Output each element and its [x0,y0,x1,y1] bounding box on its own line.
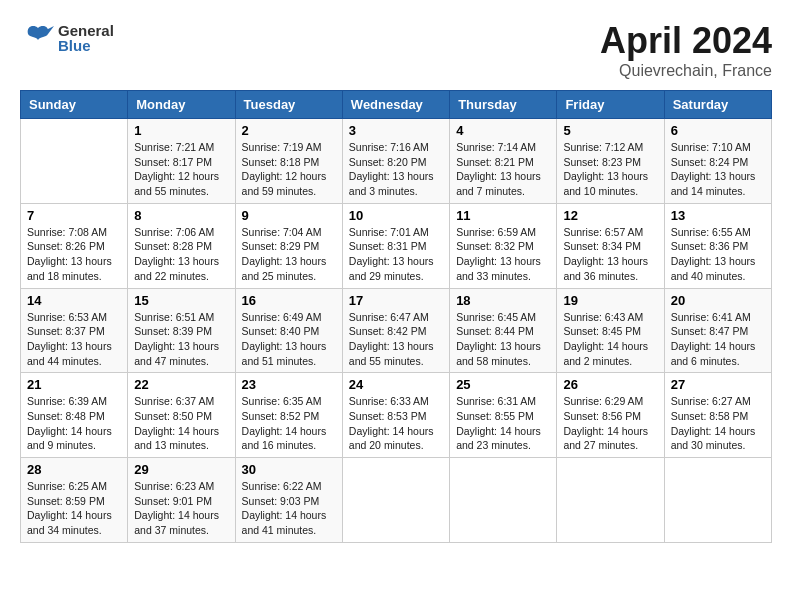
header-saturday: Saturday [664,91,771,119]
day-info: Sunrise: 7:19 AMSunset: 8:18 PMDaylight:… [242,140,336,199]
month-title: April 2024 [600,20,772,62]
day-info: Sunrise: 6:39 AMSunset: 8:48 PMDaylight:… [27,394,121,453]
day-info: Sunrise: 6:45 AMSunset: 8:44 PMDaylight:… [456,310,550,369]
day-info: Sunrise: 7:16 AMSunset: 8:20 PMDaylight:… [349,140,443,199]
day-info: Sunrise: 6:59 AMSunset: 8:32 PMDaylight:… [456,225,550,284]
day-number: 6 [671,123,765,138]
calendar-cell: 13Sunrise: 6:55 AMSunset: 8:36 PMDayligh… [664,203,771,288]
calendar-cell: 3Sunrise: 7:16 AMSunset: 8:20 PMDaylight… [342,119,449,204]
calendar-cell: 26Sunrise: 6:29 AMSunset: 8:56 PMDayligh… [557,373,664,458]
week-row-5: 28Sunrise: 6:25 AMSunset: 8:59 PMDayligh… [21,458,772,543]
calendar-cell [450,458,557,543]
week-row-1: 1Sunrise: 7:21 AMSunset: 8:17 PMDaylight… [21,119,772,204]
page-header: General Blue April 2024 Quievrechain, Fr… [20,20,772,80]
calendar-cell: 10Sunrise: 7:01 AMSunset: 8:31 PMDayligh… [342,203,449,288]
day-info: Sunrise: 6:41 AMSunset: 8:47 PMDaylight:… [671,310,765,369]
day-info: Sunrise: 6:37 AMSunset: 8:50 PMDaylight:… [134,394,228,453]
day-number: 11 [456,208,550,223]
day-info: Sunrise: 7:01 AMSunset: 8:31 PMDaylight:… [349,225,443,284]
header-monday: Monday [128,91,235,119]
calendar-cell: 5Sunrise: 7:12 AMSunset: 8:23 PMDaylight… [557,119,664,204]
header-thursday: Thursday [450,91,557,119]
calendar-table: SundayMondayTuesdayWednesdayThursdayFrid… [20,90,772,543]
day-number: 22 [134,377,228,392]
header-tuesday: Tuesday [235,91,342,119]
day-info: Sunrise: 6:49 AMSunset: 8:40 PMDaylight:… [242,310,336,369]
week-row-4: 21Sunrise: 6:39 AMSunset: 8:48 PMDayligh… [21,373,772,458]
calendar-header-row: SundayMondayTuesdayWednesdayThursdayFrid… [21,91,772,119]
calendar-cell: 18Sunrise: 6:45 AMSunset: 8:44 PMDayligh… [450,288,557,373]
calendar-cell: 25Sunrise: 6:31 AMSunset: 8:55 PMDayligh… [450,373,557,458]
day-info: Sunrise: 6:57 AMSunset: 8:34 PMDaylight:… [563,225,657,284]
day-info: Sunrise: 6:51 AMSunset: 8:39 PMDaylight:… [134,310,228,369]
calendar-cell: 16Sunrise: 6:49 AMSunset: 8:40 PMDayligh… [235,288,342,373]
day-info: Sunrise: 6:35 AMSunset: 8:52 PMDaylight:… [242,394,336,453]
calendar-cell: 21Sunrise: 6:39 AMSunset: 8:48 PMDayligh… [21,373,128,458]
day-number: 30 [242,462,336,477]
day-number: 18 [456,293,550,308]
day-number: 12 [563,208,657,223]
day-number: 29 [134,462,228,477]
calendar-cell: 15Sunrise: 6:51 AMSunset: 8:39 PMDayligh… [128,288,235,373]
day-number: 21 [27,377,121,392]
day-info: Sunrise: 6:33 AMSunset: 8:53 PMDaylight:… [349,394,443,453]
logo-blue: Blue [58,38,114,53]
calendar-cell: 17Sunrise: 6:47 AMSunset: 8:42 PMDayligh… [342,288,449,373]
day-number: 23 [242,377,336,392]
logo-bird-icon [20,20,56,56]
logo-text: General Blue [20,20,114,56]
calendar-cell: 8Sunrise: 7:06 AMSunset: 8:28 PMDaylight… [128,203,235,288]
day-number: 7 [27,208,121,223]
day-info: Sunrise: 6:55 AMSunset: 8:36 PMDaylight:… [671,225,765,284]
day-info: Sunrise: 7:14 AMSunset: 8:21 PMDaylight:… [456,140,550,199]
calendar-cell: 2Sunrise: 7:19 AMSunset: 8:18 PMDaylight… [235,119,342,204]
day-info: Sunrise: 6:22 AMSunset: 9:03 PMDaylight:… [242,479,336,538]
day-number: 4 [456,123,550,138]
calendar-cell: 9Sunrise: 7:04 AMSunset: 8:29 PMDaylight… [235,203,342,288]
calendar-cell: 11Sunrise: 6:59 AMSunset: 8:32 PMDayligh… [450,203,557,288]
day-info: Sunrise: 6:27 AMSunset: 8:58 PMDaylight:… [671,394,765,453]
day-info: Sunrise: 6:53 AMSunset: 8:37 PMDaylight:… [27,310,121,369]
day-info: Sunrise: 6:23 AMSunset: 9:01 PMDaylight:… [134,479,228,538]
day-info: Sunrise: 6:25 AMSunset: 8:59 PMDaylight:… [27,479,121,538]
title-block: April 2024 Quievrechain, France [600,20,772,80]
day-number: 17 [349,293,443,308]
day-number: 28 [27,462,121,477]
day-number: 16 [242,293,336,308]
day-number: 15 [134,293,228,308]
day-info: Sunrise: 7:08 AMSunset: 8:26 PMDaylight:… [27,225,121,284]
day-info: Sunrise: 6:47 AMSunset: 8:42 PMDaylight:… [349,310,443,369]
calendar-cell: 29Sunrise: 6:23 AMSunset: 9:01 PMDayligh… [128,458,235,543]
day-number: 14 [27,293,121,308]
calendar-cell: 22Sunrise: 6:37 AMSunset: 8:50 PMDayligh… [128,373,235,458]
calendar-cell: 4Sunrise: 7:14 AMSunset: 8:21 PMDaylight… [450,119,557,204]
calendar-cell: 1Sunrise: 7:21 AMSunset: 8:17 PMDaylight… [128,119,235,204]
calendar-cell: 28Sunrise: 6:25 AMSunset: 8:59 PMDayligh… [21,458,128,543]
logo: General Blue [20,20,114,56]
day-info: Sunrise: 7:21 AMSunset: 8:17 PMDaylight:… [134,140,228,199]
header-wednesday: Wednesday [342,91,449,119]
day-info: Sunrise: 7:06 AMSunset: 8:28 PMDaylight:… [134,225,228,284]
calendar-body: 1Sunrise: 7:21 AMSunset: 8:17 PMDaylight… [21,119,772,543]
logo-general: General [58,23,114,38]
day-number: 27 [671,377,765,392]
calendar-cell: 30Sunrise: 6:22 AMSunset: 9:03 PMDayligh… [235,458,342,543]
calendar-cell [664,458,771,543]
day-number: 2 [242,123,336,138]
day-info: Sunrise: 6:43 AMSunset: 8:45 PMDaylight:… [563,310,657,369]
day-number: 3 [349,123,443,138]
day-number: 19 [563,293,657,308]
day-number: 25 [456,377,550,392]
calendar-cell: 14Sunrise: 6:53 AMSunset: 8:37 PMDayligh… [21,288,128,373]
day-number: 13 [671,208,765,223]
week-row-2: 7Sunrise: 7:08 AMSunset: 8:26 PMDaylight… [21,203,772,288]
header-sunday: Sunday [21,91,128,119]
calendar-cell: 24Sunrise: 6:33 AMSunset: 8:53 PMDayligh… [342,373,449,458]
day-number: 24 [349,377,443,392]
day-number: 20 [671,293,765,308]
calendar-cell: 23Sunrise: 6:35 AMSunset: 8:52 PMDayligh… [235,373,342,458]
calendar-cell: 20Sunrise: 6:41 AMSunset: 8:47 PMDayligh… [664,288,771,373]
calendar-cell [557,458,664,543]
day-number: 10 [349,208,443,223]
calendar-cell: 7Sunrise: 7:08 AMSunset: 8:26 PMDaylight… [21,203,128,288]
